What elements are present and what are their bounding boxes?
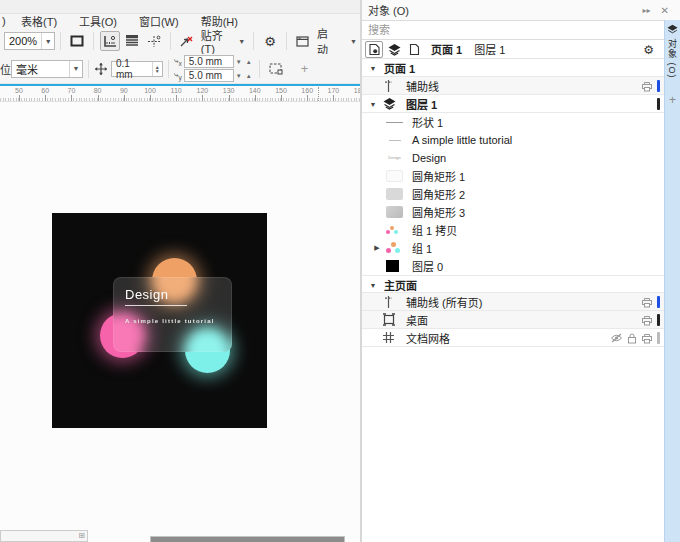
tree-row-label: A simple little tutorial	[412, 131, 512, 149]
layer-color-bar[interactable]	[657, 296, 660, 308]
layer-color-bar[interactable]	[657, 98, 660, 110]
expand-arrow-icon[interactable]: ▶	[372, 239, 382, 257]
tree-row[interactable]: ▼页面 1	[362, 59, 664, 77]
printer-icon[interactable]	[641, 333, 653, 344]
show-grid-button[interactable]	[122, 31, 142, 51]
snap-to-label[interactable]: 贴齐(T)	[198, 27, 235, 55]
current-page-label[interactable]: 页面 1	[431, 41, 462, 57]
layer-color-bar[interactable]	[657, 80, 660, 92]
visibility-off-icon[interactable]	[610, 333, 623, 343]
ruler-major-tick	[150, 95, 151, 101]
printer-icon[interactable]	[641, 315, 653, 326]
guidelines-icon	[147, 35, 161, 48]
glass-card[interactable]: Design A simple little tutorial	[113, 277, 232, 352]
rounded-rect-thumbnail	[386, 188, 403, 200]
collapse-arrow-icon[interactable]: ▼	[368, 59, 378, 77]
ruler-number: 170	[323, 87, 343, 94]
spinner-down-icon[interactable]: ▼	[234, 73, 244, 79]
tree-row[interactable]: 圆角矩形 1	[362, 167, 664, 185]
collapse-arrow-icon[interactable]: ▼	[368, 95, 378, 113]
plus-icon[interactable]: +	[301, 61, 309, 76]
chevron-down-icon[interactable]: ▼	[69, 61, 82, 77]
duplicate-y-field[interactable]: 5.0 mm	[184, 69, 234, 82]
spinner-down-icon[interactable]: ▼	[234, 59, 244, 65]
docker-options-gear-icon[interactable]: ⚙	[643, 43, 654, 57]
launch-label[interactable]: 启动	[314, 25, 339, 57]
standard-toolbar: 200% ▼	[0, 28, 360, 54]
nudge-distance-value: 0.1 mm	[112, 58, 152, 80]
treat-as-filled-button[interactable]	[266, 59, 286, 79]
nudge-distance-field[interactable]: 0.1 mm ▲▼	[111, 61, 163, 77]
objects-docker: 对象 (O) ▸▸ ✕	[362, 0, 680, 542]
tree-row-label: 形状 1	[412, 113, 443, 131]
options-button[interactable]: ⚙	[260, 31, 280, 51]
collapse-arrow-icon[interactable]: ▼	[368, 276, 378, 294]
ruler-major-tick	[98, 95, 99, 101]
show-guidelines-button[interactable]	[144, 31, 164, 51]
tree-row[interactable]: ▼主页面	[362, 275, 664, 293]
view-mode-button[interactable]	[365, 41, 383, 58]
horizontal-scrollbar-thumb[interactable]	[150, 536, 345, 542]
menu-item-tools[interactable]: 工具(O)	[68, 13, 128, 29]
toolbar-separator	[286, 32, 287, 50]
tree-row[interactable]: DesignDesign	[362, 149, 664, 167]
tree-row-label: Design	[412, 149, 446, 167]
printer-icon[interactable]	[641, 81, 653, 92]
drawing-pane: ) 表格(T) 工具(O) 窗口(W) 帮助(H) 200% ▼	[0, 0, 360, 542]
rulers-icon	[103, 35, 117, 48]
units-combobox[interactable]: 毫米 ▼	[11, 60, 83, 78]
objects-tab-icon[interactable]	[666, 24, 679, 35]
objects-tab-vertical-label[interactable]: 对象 (O)	[666, 39, 679, 79]
show-rulers-button[interactable]	[100, 31, 120, 51]
chevron-down-icon[interactable]: ▼	[347, 38, 360, 45]
tree-row[interactable]: ▼图层 1	[362, 95, 664, 113]
menu-item-table[interactable]: 表格(T)	[10, 13, 68, 29]
duplicate-x-field[interactable]: 5.0 mm	[184, 55, 234, 68]
tree-row[interactable]: 圆角矩形 2	[362, 185, 664, 203]
chevron-down-icon[interactable]: ▼	[41, 33, 54, 49]
tree-row[interactable]: ▶组 1	[362, 239, 664, 257]
docker-search	[362, 20, 664, 40]
chevron-down-icon[interactable]: ▼	[235, 38, 248, 45]
search-input[interactable]	[362, 21, 664, 39]
page-navigator-box[interactable]: ⊞	[0, 530, 88, 542]
new-page-button[interactable]	[405, 41, 423, 58]
ruler-number: 150	[271, 87, 291, 94]
object-tree: ▼页面 1辅助线▼图层 1形状 1A simple little tutoria…	[362, 59, 664, 347]
tree-row[interactable]: 桌面	[362, 311, 664, 329]
zoom-level-combobox[interactable]: 200% ▼	[4, 32, 55, 50]
tree-row[interactable]: 图层 0	[362, 257, 664, 275]
collapse-docker-icon[interactable]: ▸▸	[638, 6, 656, 15]
add-docker-plus-icon[interactable]: +	[669, 93, 676, 107]
menu-item-clipped[interactable]: )	[0, 15, 10, 27]
tree-row[interactable]: 组 1 拷贝	[362, 221, 664, 239]
menu-item-window[interactable]: 窗口(W)	[128, 13, 190, 29]
fullscreen-preview-button[interactable]	[67, 31, 87, 51]
layers-icon	[387, 43, 402, 56]
horizontal-ruler[interactable]: 5060708090100110120130140150160170180	[0, 86, 360, 102]
current-layer-label[interactable]: 图层 1	[474, 41, 505, 57]
canvas-area[interactable]: Design A simple little tutorial ⊞	[0, 102, 360, 542]
spinner-up-icon[interactable]: ▲	[244, 73, 254, 79]
snap-off-button[interactable]	[177, 31, 197, 51]
spinner-arrows-icon[interactable]: ▲▼	[152, 62, 162, 76]
card-title: Design	[125, 287, 231, 302]
tree-row[interactable]: 辅助线	[362, 77, 664, 95]
launcher-window-button[interactable]	[293, 31, 313, 51]
layer-color-bar[interactable]	[657, 314, 660, 326]
layer-manager-button[interactable]	[385, 41, 403, 58]
layer-color-bar[interactable]	[657, 332, 660, 344]
row-status-icons	[641, 293, 660, 311]
spinner-up-icon[interactable]: ▲	[244, 59, 254, 65]
tree-row[interactable]: 圆角矩形 3	[362, 203, 664, 221]
close-docker-icon[interactable]: ✕	[656, 5, 674, 16]
grid-icon	[382, 331, 398, 345]
tree-row[interactable]: 形状 1	[362, 113, 664, 131]
tree-row[interactable]: A simple little tutorial	[362, 131, 664, 149]
printer-icon[interactable]	[641, 297, 653, 308]
lock-icon[interactable]	[627, 333, 637, 344]
tree-row[interactable]: 辅助线 (所有页)	[362, 293, 664, 311]
artwork-black-square[interactable]: Design A simple little tutorial	[52, 213, 267, 428]
docker-title: 对象 (O)	[368, 2, 638, 18]
tree-row[interactable]: 文档网格	[362, 329, 664, 347]
